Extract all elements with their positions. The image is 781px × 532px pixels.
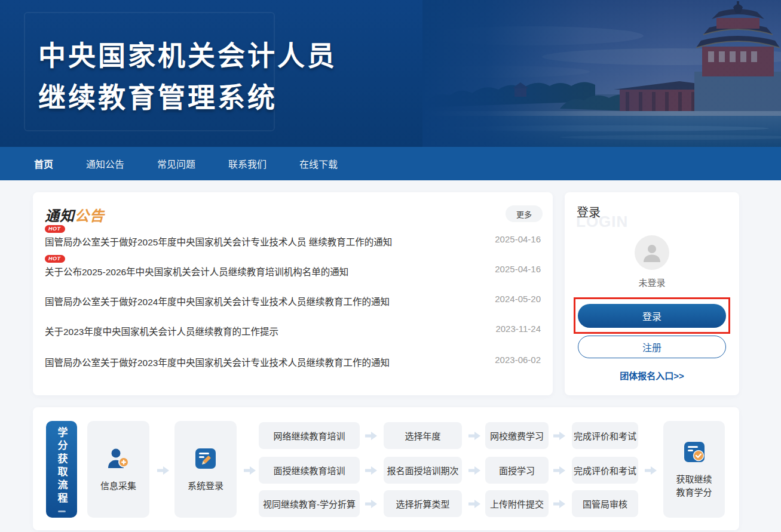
nav-item-faq[interactable]: 常见问题 — [157, 156, 195, 171]
flow-step: 国管局审核 — [572, 490, 638, 517]
arrow-right-icon — [157, 466, 170, 475]
arrow-right-icon — [365, 466, 378, 475]
flow-step: 网络继续教育培训 — [259, 422, 360, 449]
flow-step-info-collection: 信息采集 — [87, 421, 149, 518]
credit-flow-panel: 学分获取流程 信息采集 — [33, 407, 739, 530]
notice-date: 2024-05-20 — [495, 294, 541, 304]
nav-item-downloads[interactable]: 在线下载 — [299, 156, 338, 171]
flow-step: 选择折算类型 — [384, 490, 462, 517]
flow-step: 面授继续教育培训 — [259, 457, 360, 484]
flow-step: 选择年度 — [384, 422, 462, 449]
nav-item-contact[interactable]: 联系我们 — [228, 156, 267, 171]
flow-side-dash — [58, 511, 66, 512]
flow-step: 报名面授培训期次 — [384, 457, 462, 484]
notice-panel-title: 通知公告 — [45, 204, 105, 225]
user-add-icon — [106, 447, 130, 473]
flow-step: 面授学习 — [485, 457, 549, 484]
notice-link[interactable]: 国管局办公室关于做好2025年度中央国家机关会计专业技术人员 继续教育工作的通知 — [45, 235, 392, 248]
notice-panel: 通知公告 更多 HOT 国管局办公室关于做好2025年度中央国家机关会计专业技术… — [33, 192, 553, 395]
flow-step: 完成评价和考试 — [572, 422, 638, 449]
notice-link[interactable]: 关于公布2025-2026年中央国家机关会计人员继续教育培训机构名单的通知 — [45, 265, 348, 278]
hot-badge: HOT — [45, 225, 65, 233]
main-nav: 首页 通知公告 常见问题 联系我们 在线下载 — [0, 147, 781, 180]
arrow-right-icon — [468, 466, 481, 475]
flow-step-label: 获取继续 教育学分 — [676, 473, 712, 499]
flow-end-label-line1: 获取继续 — [676, 474, 712, 484]
arrow-right-icon — [468, 499, 481, 509]
flow-step-get-credits: 获取继续 教育学分 — [663, 421, 725, 518]
login-notebook-icon — [194, 447, 218, 473]
nav-item-home[interactable]: 首页 — [34, 156, 53, 171]
register-button[interactable]: 注册 — [578, 336, 726, 358]
banner: 中央国家机关会计人员 继续教育管理系统 — [0, 0, 781, 147]
notice-date: 2025-04-16 — [495, 234, 541, 244]
flow-end-label-line2: 教育学分 — [676, 487, 712, 497]
site-title-line1: 中央国家机关会计人员 — [38, 33, 337, 73]
flow-step: 上传附件提交 — [485, 490, 549, 517]
site-title-line2: 继续教育管理系统 — [38, 75, 277, 115]
banner-fade-overlay — [422, 0, 781, 147]
arrow-right-icon — [468, 431, 481, 441]
credit-check-icon — [682, 440, 706, 466]
notice-title-orange: 公告 — [75, 208, 105, 224]
arrow-right-icon — [365, 499, 378, 509]
arrow-right-icon — [243, 466, 256, 475]
notice-title-black: 通知 — [45, 208, 75, 224]
flow-step: 完成评价和考试 — [572, 457, 638, 484]
flow-step-label: 信息采集 — [100, 479, 136, 493]
notice-link[interactable]: 关于2023年度中央国家机关会计人员继续教育的工作提示 — [45, 324, 278, 337]
nav-item-notices[interactable]: 通知公告 — [86, 156, 124, 171]
notice-link[interactable]: 国管局办公室关于做好2024年度中央国家机关会计专业技术人员继续教育工作的通知 — [45, 294, 390, 307]
notice-date: 2025-04-16 — [495, 264, 541, 274]
arrow-right-icon — [644, 466, 657, 475]
more-button[interactable]: 更多 — [506, 205, 543, 222]
login-panel-title: 登录 — [577, 203, 601, 220]
flow-side-label-text: 学分获取流程 — [54, 427, 69, 506]
login-panel: LOGIN 登录 未登录 登录 注册 团体报名入口>> — [565, 192, 739, 395]
flow-step-label: 系统登录 — [188, 479, 223, 493]
page: 中央国家机关会计人员 继续教育管理系统 首页 通知公告 常见问题 联系我们 在线… — [0, 0, 781, 532]
flow-step: 视同继续教育-学分折算 — [259, 490, 360, 517]
flow-side-label: 学分获取流程 — [46, 421, 77, 518]
arrow-right-icon — [365, 431, 378, 441]
notice-link[interactable]: 国管局办公室关于做好2023年度中央国家机关会计专业技术人员继续教育工作的通知 — [45, 355, 390, 368]
flow-step: 网校缴费学习 — [485, 422, 549, 449]
arrow-right-icon — [553, 466, 566, 475]
arrow-right-icon — [553, 499, 566, 509]
flow-step-system-login: 系统登录 — [174, 421, 237, 518]
notice-date: 2023-11-24 — [495, 324, 541, 334]
arrow-right-icon — [553, 431, 566, 441]
notice-date: 2023-06-02 — [495, 355, 541, 365]
login-button[interactable]: 登录 — [578, 304, 726, 328]
login-status-text: 未登录 — [565, 276, 739, 288]
hot-badge: HOT — [45, 255, 65, 263]
user-avatar-icon — [635, 235, 669, 270]
group-registration-link[interactable]: 团体报名入口>> — [565, 369, 739, 382]
